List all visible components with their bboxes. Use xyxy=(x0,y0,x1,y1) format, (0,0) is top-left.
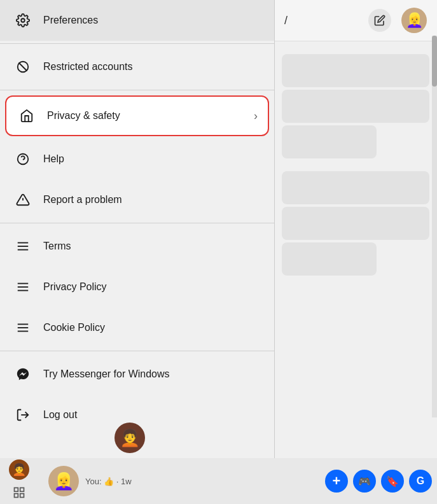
menu-item-cookie-policy[interactable]: Cookie Policy xyxy=(0,307,274,348)
message-item[interactable] xyxy=(282,207,429,240)
menu-item-terms[interactable]: Terms xyxy=(0,226,274,267)
svg-rect-20 xyxy=(20,494,24,498)
menu-item-help[interactable]: Help xyxy=(0,139,274,179)
privacy-policy-label: Privacy Policy xyxy=(43,281,107,293)
g-button[interactable]: G xyxy=(409,470,432,493)
try-messenger-label: Try Messenger for Windows xyxy=(43,368,170,380)
message-item[interactable] xyxy=(282,90,429,123)
scrollbar-thumb[interactable] xyxy=(432,36,437,87)
menu-item-try-messenger[interactable]: Try Messenger for Windows xyxy=(0,354,274,395)
menu-item-report-problem[interactable]: Report a problem xyxy=(0,179,274,220)
right-panel-header: / 👱‍♀️ xyxy=(274,0,437,41)
chat-preview[interactable]: 👱‍♀️ You: 👍 · 1w xyxy=(38,461,325,501)
message-item-partial[interactable] xyxy=(282,242,377,276)
bottom-actions: + 🎮 🔖 G xyxy=(325,470,437,493)
menu-bottom-avatar: 🧑‍🦱 xyxy=(114,423,145,453)
help-icon xyxy=(13,149,33,169)
privacy-policy-icon xyxy=(13,277,33,297)
bottom-bar: 🧑‍🦱 👱‍♀️ You: 👍 · 1w + 🎮 🔖 G xyxy=(0,458,437,504)
message-item-partial[interactable] xyxy=(282,125,377,158)
right-panel: / 👱‍♀️ xyxy=(274,0,437,504)
message-item[interactable] xyxy=(282,171,429,204)
restricted-accounts-label: Restricted accounts xyxy=(43,61,133,73)
menu-panel: Preferences Restricted accounts Privacy … xyxy=(0,0,275,458)
menu-item-privacy-policy[interactable]: Privacy Policy xyxy=(0,267,274,307)
scrollbar-track[interactable] xyxy=(432,36,437,417)
menu-item-preferences[interactable]: Preferences xyxy=(0,0,274,41)
svg-line-2 xyxy=(19,63,27,71)
cookie-policy-icon xyxy=(13,318,33,338)
report-problem-label: Report a problem xyxy=(43,194,122,206)
gear-icon xyxy=(13,10,33,31)
menu-item-privacy-safety[interactable]: Privacy & safety › xyxy=(5,95,269,136)
svg-rect-17 xyxy=(15,488,18,492)
svg-point-0 xyxy=(21,18,25,22)
help-label: Help xyxy=(43,153,64,165)
svg-rect-18 xyxy=(20,488,24,492)
preferences-label: Preferences xyxy=(43,15,98,26)
menu-item-restricted-accounts[interactable]: Restricted accounts xyxy=(0,46,274,87)
chat-avatar: 👱‍♀️ xyxy=(48,466,79,496)
add-button[interactable]: + xyxy=(325,470,348,493)
terms-label: Terms xyxy=(43,241,71,252)
avatar: 👱‍♀️ xyxy=(401,8,427,33)
warning-icon xyxy=(13,190,33,210)
bookmark-button[interactable]: 🔖 xyxy=(381,470,404,493)
logout-icon xyxy=(13,405,33,425)
cookie-policy-label: Cookie Policy xyxy=(43,322,105,333)
games-button[interactable]: 🎮 xyxy=(353,470,376,493)
edit-icon-button[interactable] xyxy=(368,9,391,32)
svg-rect-19 xyxy=(15,494,18,498)
divider-1 xyxy=(0,43,274,44)
divider-2 xyxy=(0,90,274,90)
divider-3 xyxy=(0,223,274,223)
terms-icon xyxy=(13,236,33,256)
chevron-right-icon: › xyxy=(254,109,258,123)
messenger-icon xyxy=(13,364,33,384)
message-item[interactable] xyxy=(282,54,429,87)
log-out-label: Log out xyxy=(43,409,77,421)
divider-4 xyxy=(0,351,274,351)
slash-text: / xyxy=(284,14,288,27)
privacy-safety-label: Privacy & safety xyxy=(47,110,120,122)
restricted-icon xyxy=(13,57,33,77)
chat-preview-text: You: 👍 · 1w xyxy=(85,477,132,486)
message-list xyxy=(274,46,437,283)
user-avatar-small[interactable]: 🧑‍🦱 xyxy=(9,459,29,480)
bottom-left-controls: 🧑‍🦱 xyxy=(0,454,38,504)
grid-icon[interactable] xyxy=(9,482,29,503)
privacy-icon xyxy=(17,106,37,126)
